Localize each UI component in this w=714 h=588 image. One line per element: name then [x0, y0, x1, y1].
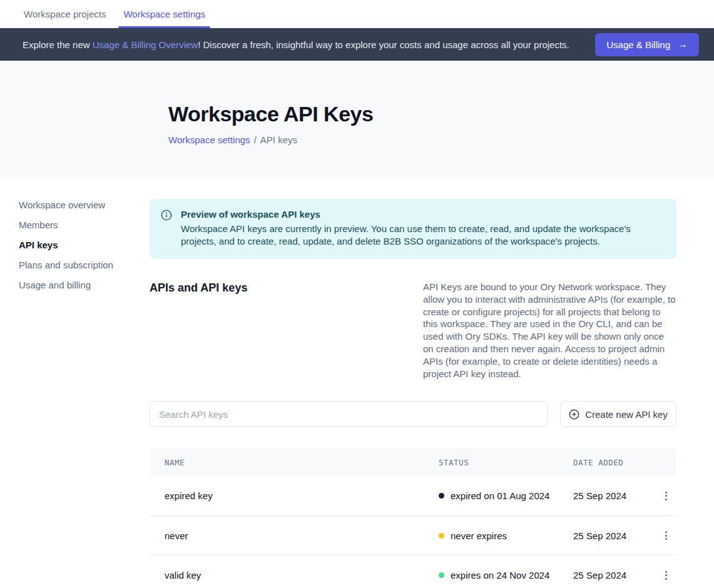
apis-section-heading: APIs and API keys	[150, 281, 423, 380]
usage-billing-button[interactable]: Usage & Billing →	[595, 33, 699, 56]
api-key-name: never	[150, 530, 439, 541]
breadcrumb: Workspace settings/API keys	[168, 134, 714, 145]
promo-banner-text: Explore the new Usage & Billing Overview…	[23, 39, 595, 50]
kebab-menu-icon[interactable]	[661, 527, 671, 544]
create-new-api-key-button[interactable]: Create new API key	[560, 401, 676, 427]
column-header-name: NAME	[150, 458, 439, 467]
apis-section: APIs and API keys API Keys are bound to …	[150, 281, 676, 380]
apis-section-description: API Keys are bound to your Ory Network w…	[423, 281, 676, 380]
status-dot-icon	[439, 493, 444, 499]
api-key-status-text: never expires	[451, 530, 507, 541]
column-header-status: STATUS	[439, 458, 573, 467]
preview-callout-title: Preview of workspace API keys	[181, 209, 661, 220]
sidebar-item-members[interactable]: Members	[19, 220, 150, 230]
page-header: Workspace API Keys Workspace settings/AP…	[0, 61, 714, 177]
breadcrumb-workspace-settings[interactable]: Workspace settings	[168, 134, 250, 145]
api-key-actions	[656, 488, 676, 504]
body: Workspace overview Members API keys Plan…	[0, 177, 714, 588]
main-content: Preview of workspace API keys Workspace …	[150, 177, 676, 588]
table-row: valid key expires on 24 Nov 2024 25 Sep …	[150, 555, 676, 588]
create-new-api-key-label: Create new API key	[585, 409, 668, 420]
settings-sidebar: Workspace overview Members API keys Plan…	[0, 177, 150, 588]
sidebar-item-plans-and-subscription[interactable]: Plans and subscription	[19, 260, 150, 270]
column-header-date-added: DATE ADDED	[573, 458, 656, 467]
api-key-actions	[656, 527, 676, 544]
api-key-status: never expires	[439, 530, 573, 541]
promo-banner: Explore the new Usage & Billing Overview…	[0, 28, 714, 61]
api-key-date-added: 25 Sep 2024	[573, 570, 656, 580]
tab-workspace-projects[interactable]: Workspace projects	[23, 0, 107, 28]
api-keys-toolbar: Create new API key	[150, 401, 676, 427]
preview-callout: Preview of workspace API keys Workspace …	[150, 199, 676, 259]
api-key-date-added: 25 Sep 2024	[573, 490, 656, 501]
page-title: Workspace API Keys	[168, 102, 714, 126]
api-key-status: expired on 01 Aug 2024	[439, 490, 573, 501]
status-dot-icon	[439, 572, 444, 578]
arrow-right-icon: →	[678, 39, 688, 49]
usage-billing-button-label: Usage & Billing	[606, 39, 670, 50]
promo-text-before: Explore the new	[23, 39, 93, 50]
breadcrumb-current: API keys	[260, 134, 297, 145]
tab-workspace-settings[interactable]: Workspace settings	[122, 0, 207, 28]
kebab-menu-icon[interactable]	[661, 488, 671, 504]
sidebar-item-workspace-overview[interactable]: Workspace overview	[19, 200, 150, 210]
promo-text-after: ! Discover a fresh, insightful way to ex…	[198, 39, 569, 50]
preview-callout-body: Workspace API keys are currently in prev…	[181, 223, 661, 248]
api-key-status-text: expires on 24 Nov 2024	[451, 570, 549, 580]
status-dot-icon	[439, 533, 444, 539]
plus-circle-icon	[569, 409, 579, 420]
api-key-actions	[656, 567, 676, 584]
api-key-date-added: 25 Sep 2024	[573, 530, 656, 541]
search-input[interactable]	[150, 401, 548, 427]
api-key-status-text: expired on 01 Aug 2024	[451, 490, 549, 501]
info-circle-icon	[161, 210, 172, 248]
top-tab-bar: Workspace projects Workspace settings	[0, 0, 714, 28]
table-row: never never expires 25 Sep 2024	[150, 516, 676, 556]
kebab-menu-icon[interactable]	[661, 567, 671, 584]
usage-billing-overview-link[interactable]: Usage & Billing Overview	[93, 39, 198, 50]
sidebar-item-usage-and-billing[interactable]: Usage and billing	[19, 280, 150, 290]
sidebar-item-api-keys[interactable]: API keys	[19, 240, 150, 250]
preview-callout-content: Preview of workspace API keys Workspace …	[181, 209, 661, 248]
api-keys-table: NAME STATUS DATE ADDED expired key expir…	[150, 449, 676, 588]
table-header-row: NAME STATUS DATE ADDED	[150, 449, 676, 476]
table-row: expired key expired on 01 Aug 2024 25 Se…	[150, 476, 676, 516]
api-key-status: expires on 24 Nov 2024	[439, 570, 573, 580]
api-key-name: valid key	[150, 570, 439, 580]
breadcrumb-separator: /	[254, 134, 257, 145]
api-key-name: expired key	[150, 490, 439, 501]
